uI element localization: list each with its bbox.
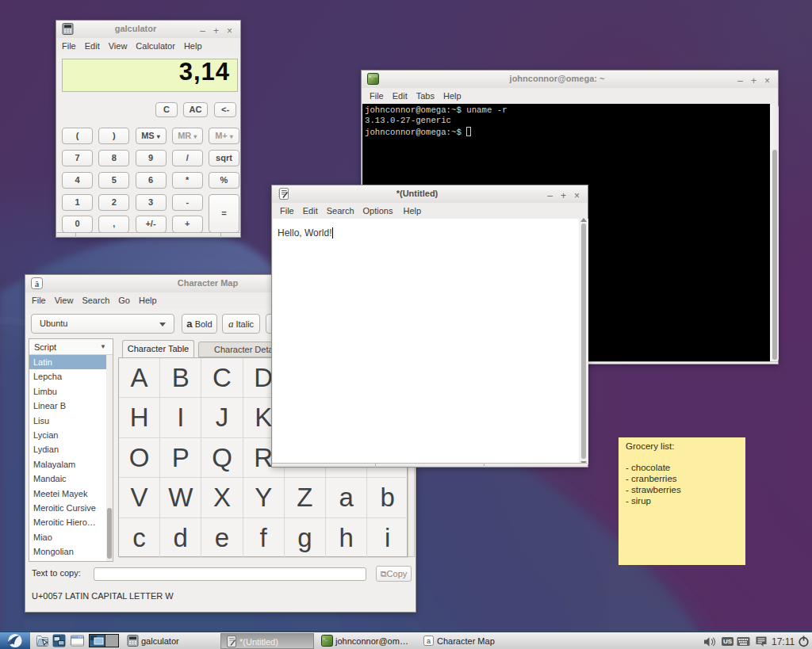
svg-text:>_: >_ [369, 75, 374, 80]
svg-text:>_: >_ [323, 637, 328, 642]
svg-text:a: a [427, 637, 431, 645]
svg-text:â: â [35, 279, 40, 288]
